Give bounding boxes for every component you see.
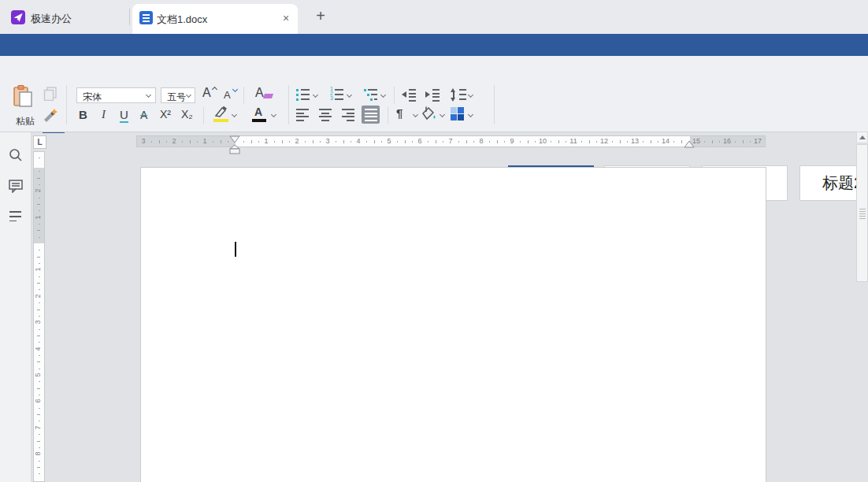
font-name-select[interactable]: 宋体 [76, 87, 156, 103]
ruler-tick [39, 434, 40, 435]
ruler-tick [39, 473, 40, 474]
menu-bar: 文件 主页 插入 布局 参考 协作 保护 组件 [0, 56, 868, 79]
grow-font-button[interactable]: A [202, 86, 220, 103]
ruler-tick [589, 140, 590, 143]
bold-button[interactable]: B [79, 108, 87, 121]
chevron-down-icon [413, 112, 418, 117]
multilevel-list-button[interactable] [364, 88, 386, 102]
ruler-tick [213, 141, 213, 143]
ruler-number: 9 [510, 137, 514, 145]
bullet-list-button[interactable] [296, 88, 318, 102]
ruler-tick [336, 141, 336, 143]
ruler-number: 2 [295, 137, 299, 145]
shading-button[interactable] [420, 106, 445, 124]
ruler-tick [39, 329, 40, 330]
outline-icon[interactable] [9, 211, 21, 221]
subscript-button[interactable]: X₂ [181, 108, 193, 120]
align-right-button[interactable] [342, 109, 355, 120]
align-center-button[interactable] [319, 109, 332, 120]
ruler-tick [39, 421, 40, 421]
comments-icon[interactable] [9, 179, 23, 196]
chevron-down-icon [468, 112, 473, 117]
small-divider [203, 107, 204, 124]
superscript-button[interactable]: X² [160, 108, 171, 120]
ruler-tick [405, 140, 406, 143]
ruler-tick [190, 140, 191, 143]
ruler-tick [458, 141, 459, 143]
ruler-number: 4 [34, 347, 42, 350]
chevron-down-icon [347, 92, 352, 98]
italic-button[interactable]: I [102, 108, 106, 121]
numbered-list-button[interactable]: 1 2 3 [330, 88, 352, 102]
ruler-tick [39, 184, 40, 185]
increase-indent-button[interactable] [425, 88, 441, 102]
ruler-tick [39, 250, 40, 250]
search-icon[interactable] [9, 148, 23, 165]
tab-divider [129, 9, 130, 25]
tab-close-icon[interactable]: × [279, 11, 293, 25]
ruler-tick [37, 230, 40, 231]
small-divider [394, 87, 395, 104]
ruler-tick [528, 140, 529, 143]
decrease-indent-button[interactable] [402, 88, 417, 102]
scrollbar-thumb[interactable] [856, 144, 868, 282]
shrink-font-button[interactable]: A [224, 86, 241, 103]
font-color-button[interactable]: A [252, 106, 277, 124]
highlight-color-button[interactable] [213, 106, 237, 124]
ruler-tick [39, 316, 40, 317]
ruler-number: 13 [631, 137, 639, 145]
align-left-button[interactable] [296, 109, 310, 120]
ruler-tick [39, 408, 40, 409]
document-tab[interactable]: 文档1.docx × [132, 4, 298, 34]
chevron-down-icon [380, 92, 386, 98]
ruler-tick [443, 141, 443, 143]
format-painter-icon[interactable] [42, 107, 59, 126]
chevron-down-icon [468, 92, 473, 98]
ruler-tick [37, 178, 40, 179]
clear-format-button[interactable]: A [255, 86, 274, 103]
ruler-tick [39, 381, 40, 382]
document-page[interactable] [140, 167, 766, 482]
text-cursor [235, 242, 236, 257]
ruler-number: 16 [723, 137, 731, 145]
ruler-tick [166, 141, 167, 143]
ruler-tick [535, 141, 536, 143]
new-tab-button[interactable]: + [312, 6, 329, 25]
justify-button-active[interactable] [362, 106, 380, 124]
paragraph-mark-button[interactable]: ¶ [396, 106, 420, 124]
ruler-tick [39, 461, 40, 462]
ruler-tick [489, 141, 490, 143]
chevron-down-icon [313, 92, 318, 98]
ruler-tick [37, 336, 40, 336]
copy-icon[interactable] [43, 87, 57, 104]
ruler-tick [366, 141, 367, 143]
ruler-tick [643, 141, 644, 143]
borders-button[interactable] [451, 107, 474, 123]
scroll-up-button[interactable] [856, 132, 868, 143]
font-size-select[interactable]: 五号 [161, 87, 195, 103]
ruler-tick [750, 141, 751, 143]
chevron-down-icon [232, 112, 237, 117]
chevron-down-icon [232, 87, 238, 92]
ruler-tick [39, 342, 40, 343]
ruler-tick [39, 369, 40, 369]
app-logo-icon[interactable] [11, 10, 25, 24]
vertical-ruler[interactable]: 2112345678 [33, 151, 45, 482]
ruler-tick [558, 140, 559, 143]
ruler-tick [39, 302, 40, 303]
ruler-number: 6 [34, 399, 42, 403]
ribbon: 粘贴 宋体 五号 A A A B [0, 79, 868, 132]
line-spacing-button[interactable] [449, 88, 473, 102]
paint-bucket-icon [420, 106, 437, 123]
tab-stop-selector[interactable]: L [33, 135, 46, 149]
ruler-number: 1 [34, 215, 42, 219]
strikethrough-button[interactable]: A [140, 109, 147, 121]
ruler-tick [735, 141, 736, 143]
underline-button[interactable]: U [120, 108, 128, 123]
ruler-tick [151, 141, 152, 143]
app-name[interactable]: 极速办公 [31, 12, 72, 26]
highlight-color-swatch [213, 119, 228, 122]
right-indent-marker[interactable] [683, 140, 696, 150]
indent-markers[interactable] [227, 134, 244, 154]
paste-button[interactable]: 粘贴 [9, 83, 41, 124]
